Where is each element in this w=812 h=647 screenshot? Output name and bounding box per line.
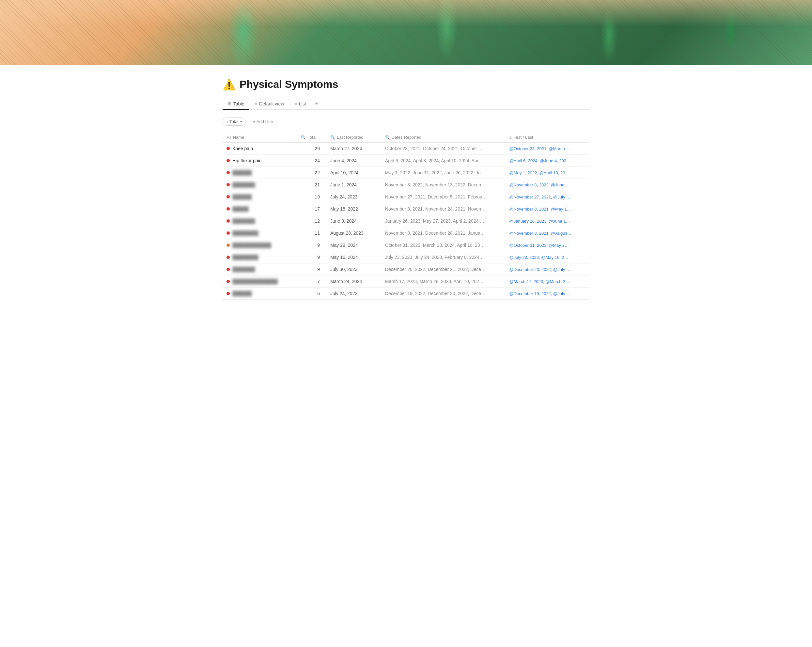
status-dot bbox=[226, 219, 230, 223]
dates-reported-cell-9: July 23, 2023, July 24, 2023, February 8… bbox=[381, 251, 505, 264]
add-filter-button[interactable]: + Add filter bbox=[250, 118, 276, 125]
status-dot bbox=[226, 147, 230, 150]
total-cell-10: 9 bbox=[297, 264, 327, 276]
add-view-button[interactable]: + bbox=[311, 98, 322, 109]
name-cell-11[interactable]: ██████████████ bbox=[223, 276, 297, 288]
first-last-cell-11: @March 17, 2023, @March 2… bbox=[505, 276, 589, 288]
dates-reported-cell-10: December 20, 2022, December 21, 2022, De… bbox=[381, 264, 505, 276]
search-icon-1: 🔍 bbox=[301, 135, 306, 140]
name-cell-12[interactable]: ██████ bbox=[223, 288, 297, 300]
tab-default-view-label: Default view bbox=[259, 101, 284, 107]
table-row[interactable]: ████████████9May 29, 2024October 31, 202… bbox=[223, 239, 589, 251]
name-cell-6[interactable]: ███████ bbox=[223, 215, 297, 227]
status-dot bbox=[226, 207, 230, 211]
add-filter-label: + Add filter bbox=[253, 119, 273, 124]
name-cell-0[interactable]: Knee pain bbox=[223, 143, 297, 155]
table-row[interactable]: ████████11August 28, 2023November 8, 202… bbox=[223, 227, 589, 239]
table-row[interactable]: ███████9July 30, 2023December 20, 2022, … bbox=[223, 264, 589, 276]
table-header-row: Aa Name 🔍 Total 🔍 Last Reported bbox=[223, 132, 589, 143]
symptom-name: ███████ bbox=[232, 218, 255, 224]
symptom-name: ██████ bbox=[232, 291, 252, 296]
symptom-name: ████████ bbox=[232, 255, 258, 260]
status-dot bbox=[226, 195, 230, 198]
name-cell-7[interactable]: ████████ bbox=[223, 227, 297, 239]
page-title: Physical Symptoms bbox=[240, 78, 338, 90]
col-header-last-reported[interactable]: 🔍 Last Reported bbox=[327, 132, 381, 143]
name-cell-10[interactable]: ███████ bbox=[223, 264, 297, 276]
last-reported-cell-8: May 29, 2024 bbox=[327, 239, 381, 251]
dates-reported-cell-4: November 27, 2021, December 5, 2021, Feb… bbox=[381, 191, 505, 203]
first-last-cell-1: @April 6, 2024, @June 4, 202… bbox=[505, 155, 589, 167]
symptom-name: ██████ bbox=[232, 170, 252, 175]
total-cell-12: 6 bbox=[297, 288, 327, 300]
col-header-total[interactable]: 🔍 Total bbox=[297, 132, 327, 143]
status-dot bbox=[226, 280, 230, 283]
status-dot bbox=[226, 171, 230, 174]
hero-banner bbox=[0, 0, 812, 65]
table-row[interactable]: ███████12June 3, 2024January 26, 2023, M… bbox=[223, 215, 589, 227]
symptom-name: ██████████████ bbox=[232, 279, 278, 284]
symptom-name: █████ bbox=[232, 206, 249, 212]
symptom-name: ████████████ bbox=[232, 243, 271, 248]
tab-list[interactable]: ≡ List bbox=[289, 99, 311, 110]
first-last-cell-6: @January 26, 2023, @June 1… bbox=[505, 215, 589, 227]
dates-reported-cell-6: January 26, 2023, May 27, 2023, April 2,… bbox=[381, 215, 505, 227]
last-reported-cell-0: March 27, 2024 bbox=[327, 143, 381, 155]
status-dot bbox=[226, 183, 230, 186]
name-cell-5[interactable]: █████ bbox=[223, 203, 297, 215]
warning-icon: ⚠️ bbox=[223, 79, 236, 90]
table-row[interactable]: Hip flexor pain24June 4, 2024April 6, 20… bbox=[223, 155, 589, 167]
symptom-name: Knee pain bbox=[232, 146, 253, 151]
name-cell-9[interactable]: ████████ bbox=[223, 251, 297, 264]
table-row[interactable]: ██████19July 24, 2023November 27, 2021, … bbox=[223, 191, 589, 203]
table-row[interactable]: ██████22April 10, 2024May 1, 2022, June … bbox=[223, 167, 589, 179]
col-last-reported-label: Last Reported bbox=[337, 135, 363, 140]
tab-list-label: List bbox=[299, 101, 306, 107]
symptom-name: ███████ bbox=[232, 182, 255, 188]
view-tabs: ⊞ Table ≡ Default view ≡ List + bbox=[223, 98, 589, 110]
total-cell-5: 17 bbox=[297, 203, 327, 215]
first-last-cell-4: @November 27, 2021, @July … bbox=[505, 191, 589, 203]
table-row[interactable]: Knee pain29March 27, 2024October 23, 202… bbox=[223, 143, 589, 155]
last-reported-cell-12: July 24, 2023 bbox=[327, 288, 381, 300]
col-header-dates-reported[interactable]: 🔍 Dates Reported bbox=[381, 132, 505, 143]
table-row[interactable]: ██████████████7March 24, 2024March 17, 2… bbox=[223, 276, 589, 288]
last-reported-cell-9: May 16, 2024 bbox=[327, 251, 381, 264]
table-row[interactable]: █████17May 18, 2022November 8, 2021, Nov… bbox=[223, 203, 589, 215]
last-reported-cell-7: August 28, 2023 bbox=[327, 227, 381, 239]
col-total-label: Total bbox=[307, 135, 316, 140]
first-last-cell-0: @October 23, 2021, @March … bbox=[505, 143, 589, 155]
tab-default-view[interactable]: ≡ Default view bbox=[249, 99, 289, 110]
table-row[interactable]: ██████6July 24, 2023December 19, 2022, D… bbox=[223, 288, 589, 300]
tab-table[interactable]: ⊞ Table bbox=[223, 99, 249, 110]
table-row[interactable]: ████████9May 16, 2024July 23, 2023, July… bbox=[223, 251, 589, 264]
last-reported-cell-5: May 18, 2022 bbox=[327, 203, 381, 215]
status-dot bbox=[226, 256, 230, 259]
status-dot bbox=[226, 244, 230, 247]
dates-reported-cell-8: October 31, 2023, March 18, 2024, April … bbox=[381, 239, 505, 251]
first-last-cell-2: @May 1, 2022, @April 10, 20… bbox=[505, 167, 589, 179]
last-reported-cell-2: April 10, 2024 bbox=[327, 167, 381, 179]
name-cell-4[interactable]: ██████ bbox=[223, 191, 297, 203]
symptom-name: ██████ bbox=[232, 194, 252, 200]
first-last-cell-12: @December 19, 2022, @July … bbox=[505, 288, 589, 300]
sigma-icon: Σ bbox=[509, 135, 511, 140]
list-icon-2: ≡ bbox=[295, 101, 297, 106]
dates-reported-cell-3: November 8, 2022, November 13, 2022, Dec… bbox=[381, 179, 505, 191]
table-row[interactable]: ███████21June 1, 2024November 8, 2022, N… bbox=[223, 179, 589, 191]
first-last-cell-9: @July 23, 2023, @May 16, 2… bbox=[505, 251, 589, 264]
total-filter-button[interactable]: ↓ Total ▾ bbox=[223, 117, 246, 126]
name-cell-1[interactable]: Hip flexor pain bbox=[223, 155, 297, 167]
dates-reported-cell-7: November 8, 2021, December 28, 2021, Jan… bbox=[381, 227, 505, 239]
name-cell-2[interactable]: ██████ bbox=[223, 167, 297, 179]
last-reported-cell-10: July 30, 2023 bbox=[327, 264, 381, 276]
first-last-cell-8: @October 31, 2023, @May 2… bbox=[505, 239, 589, 251]
col-header-name[interactable]: Aa Name bbox=[223, 132, 297, 143]
name-cell-3[interactable]: ███████ bbox=[223, 179, 297, 191]
search-icon-3: 🔍 bbox=[385, 135, 390, 140]
dates-reported-cell-2: May 1, 2022, June 11, 2022, June 26, 202… bbox=[381, 167, 505, 179]
status-dot bbox=[226, 159, 230, 162]
last-reported-cell-4: July 24, 2023 bbox=[327, 191, 381, 203]
name-cell-8[interactable]: ████████████ bbox=[223, 239, 297, 251]
col-header-first-last[interactable]: Σ First / Last bbox=[505, 132, 589, 143]
